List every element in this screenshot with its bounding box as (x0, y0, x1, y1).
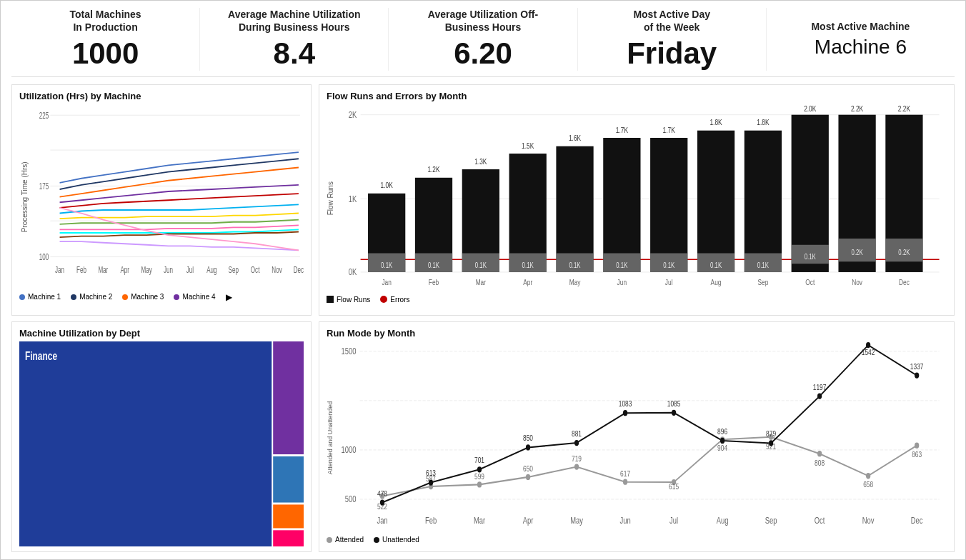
svg-text:719: 719 (572, 454, 582, 463)
svg-text:Nov: Nov (852, 278, 863, 287)
svg-text:Jun: Jun (617, 278, 627, 287)
kpi-row: Total MachinesIn Production 1000 Average… (11, 8, 955, 77)
svg-text:Aug: Aug (206, 266, 217, 275)
svg-text:1542: 1542 (862, 348, 875, 356)
svg-text:1000: 1000 (341, 444, 356, 454)
util-svg: 225 175 100 Jan Feb Mar Apr May Jun Jul … (29, 104, 304, 289)
kpi-avg-util-off-value: 6.20 (396, 36, 569, 71)
svg-text:1337: 1337 (910, 361, 924, 370)
machine1-label: Machine 1 (28, 293, 61, 301)
svg-text:808: 808 (815, 459, 825, 467)
treemap-dept5[interactable] (273, 530, 304, 546)
svg-rect-62 (697, 131, 735, 272)
svg-text:Jun: Jun (619, 516, 630, 526)
svg-text:1.0K: 1.0K (381, 181, 393, 190)
svg-text:Jan: Jan (377, 516, 387, 526)
svg-rect-52 (603, 138, 640, 272)
treemap-dept3[interactable] (273, 456, 304, 503)
flowruns-sq (327, 296, 334, 303)
machine1-dot (19, 294, 25, 300)
svg-text:May: May (570, 516, 583, 526)
bar-chart-title: Flow Runs and Errors by Month (327, 91, 947, 101)
treemap-finance[interactable] (19, 341, 272, 546)
svg-text:Oct: Oct (805, 278, 815, 287)
treemap-container: Finance (19, 341, 304, 546)
kpi-most-active-day: Most Active Dayof the Week Friday (578, 8, 767, 71)
unattended-label: Unattended (382, 536, 419, 544)
svg-text:1197: 1197 (813, 382, 827, 391)
legend-next-arrow[interactable]: ▶ (226, 292, 232, 302)
charts-right: Flow Runs and Errors by Month Flow Runs … (319, 84, 955, 552)
svg-text:Nov: Nov (862, 516, 875, 526)
svg-text:0.1K: 0.1K (616, 261, 628, 270)
kpi-total-machines-value: 1000 (19, 36, 192, 71)
svg-text:Jul: Jul (669, 516, 678, 526)
svg-text:Sep: Sep (757, 278, 768, 287)
treemap-svg: Finance (19, 341, 304, 546)
svg-text:Jun: Jun (164, 266, 173, 275)
kpi-most-active-machine: Most Active Machine Machine 6 (767, 20, 955, 59)
svg-text:225: 225 (39, 111, 49, 121)
svg-rect-67 (745, 131, 782, 272)
kpi-total-machines-label: Total MachinesIn Production (19, 8, 192, 34)
svg-text:1.8K: 1.8K (757, 118, 769, 127)
legend-machine1: Machine 1 (19, 293, 61, 301)
svg-text:1500: 1500 (341, 346, 356, 356)
svg-text:478: 478 (377, 489, 387, 497)
svg-text:0.1K: 0.1K (475, 261, 487, 270)
treemap-title: Machine Utilization by Dept (19, 328, 304, 339)
kpi-avg-util-biz-label: Average Machine UtilizationDuring Busine… (207, 8, 381, 34)
svg-text:2.2K: 2.2K (851, 104, 863, 114)
svg-text:Sep: Sep (765, 516, 777, 526)
runmode-panel: Run Mode by Month Attended and Unattende… (319, 321, 955, 552)
svg-text:May: May (569, 278, 582, 287)
svg-text:0.1K: 0.1K (569, 261, 581, 270)
kpi-avg-util-biz-value: 8.4 (207, 36, 381, 71)
svg-text:615: 615 (669, 482, 679, 491)
svg-text:1.7K: 1.7K (616, 126, 628, 135)
svg-point-96 (477, 481, 482, 487)
attended-label: Attended (335, 536, 364, 544)
runmode-legend: Attended Unattended (327, 536, 947, 544)
svg-point-98 (574, 464, 579, 469)
legend-attended: Attended (327, 536, 364, 544)
attended-dot (327, 537, 332, 543)
svg-text:1083: 1083 (619, 399, 632, 408)
kpi-avg-util-biz: Average Machine UtilizationDuring Busine… (200, 8, 389, 71)
svg-text:175: 175 (39, 182, 49, 191)
svg-text:Jan: Jan (55, 266, 64, 275)
util-y-label: Processing Time (Hrs) (19, 104, 29, 289)
svg-point-104 (866, 473, 870, 479)
svg-text:Aug: Aug (717, 516, 729, 526)
svg-text:Jul: Jul (665, 278, 673, 287)
legend-machine2: Machine 2 (71, 293, 112, 301)
svg-text:0.1K: 0.1K (381, 261, 393, 270)
treemap-finance-label: Finance (25, 349, 57, 362)
svg-text:904: 904 (717, 444, 727, 452)
svg-point-121 (526, 444, 530, 450)
svg-text:Feb: Feb (429, 278, 439, 287)
treemap-dept2[interactable] (273, 341, 304, 454)
errors-label: Errors (390, 296, 409, 304)
machine2-dot (71, 294, 76, 300)
legend-errors: Errors (380, 296, 409, 304)
svg-text:0.1K: 0.1K (710, 261, 722, 270)
svg-point-126 (769, 440, 773, 446)
machine2-label: Machine 2 (79, 293, 112, 301)
svg-text:1K: 1K (349, 194, 357, 204)
svg-point-119 (429, 479, 433, 485)
treemap-dept4[interactable] (273, 504, 304, 528)
svg-text:0.1K: 0.1K (805, 252, 817, 261)
runmode-svg: 1500 1000 500 (334, 341, 947, 534)
svg-text:500: 500 (345, 494, 357, 504)
svg-text:Feb: Feb (425, 516, 437, 526)
legend-machine3: Machine 3 (122, 293, 164, 301)
svg-text:Oct: Oct (251, 266, 260, 275)
runmode-title: Run Mode by Month (327, 328, 947, 339)
flowruns-label: Flow Runs (337, 296, 370, 304)
svg-text:Dec: Dec (294, 266, 304, 275)
svg-text:0K: 0K (349, 267, 357, 277)
machine3-label: Machine 3 (131, 293, 164, 301)
kpi-most-active-day-value: Friday (585, 36, 759, 71)
kpi-most-active-machine-label: Most Active Machine (774, 20, 947, 33)
